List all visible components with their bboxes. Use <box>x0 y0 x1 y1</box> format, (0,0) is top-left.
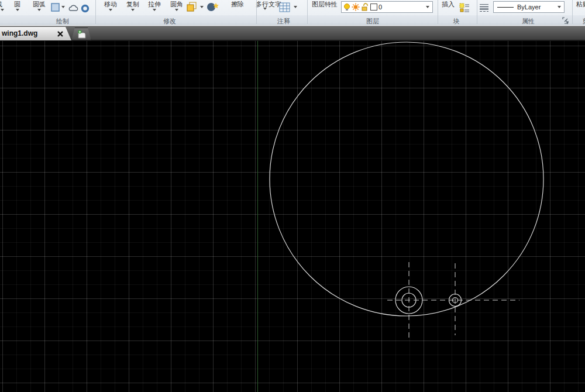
drawing-canvas[interactable] <box>0 41 585 392</box>
mtext-dropdown-arrow-icon[interactable] <box>263 8 267 10</box>
arc-dropdown-arrow-icon[interactable] <box>37 9 41 11</box>
mtext-button[interactable]: 多行文字 <box>256 0 281 9</box>
table-tool-icon[interactable] <box>279 2 290 12</box>
panel-title-annotate[interactable]: 注释 <box>277 17 290 26</box>
drawing-tab-label: wing1.dwg <box>2 29 37 37</box>
panel-separator <box>256 0 257 25</box>
panel-title-layers[interactable]: 图层 <box>366 17 379 26</box>
stretch-button[interactable]: 拉伸 <box>148 0 161 9</box>
arc-button[interactable]: 圆弧 <box>33 0 46 9</box>
table-dropdown-arrow-icon[interactable] <box>294 6 297 8</box>
panel-title-properties[interactable]: 属性 <box>522 17 535 26</box>
rectangle-tool-icon[interactable] <box>50 2 60 12</box>
ribbon-panel-title-row <box>0 15 585 25</box>
current-layer-value: 0 <box>378 4 382 11</box>
circle-button[interactable]: 圆 <box>14 0 20 9</box>
layer-combo-arrow[interactable] <box>423 2 432 12</box>
linetype-list-icon[interactable] <box>479 3 489 12</box>
fillet-button[interactable]: 圆角 <box>170 0 183 9</box>
close-icon[interactable] <box>57 30 64 37</box>
layer-on-bulb-icon[interactable] <box>343 3 350 11</box>
paste-button[interactable]: 粘贴 <box>576 0 585 9</box>
panel-separator <box>307 0 308 25</box>
explode-tool-icon[interactable] <box>206 1 219 12</box>
layer-properties-button[interactable]: 图层特性 <box>312 0 338 9</box>
circle-dropdown-arrow-icon[interactable] <box>16 9 19 11</box>
autocad-window: 线 圆 圆弧 移动 复制 拉伸 圆角 擦除 <box>0 0 585 392</box>
panel-title-draw[interactable]: 绘制 <box>56 17 69 26</box>
panel-separator <box>438 0 438 25</box>
bylayer-combo[interactable]: ByLayer <box>493 1 565 13</box>
layer-color-swatch-icon[interactable] <box>370 4 377 11</box>
array-tool-icon[interactable] <box>186 1 198 13</box>
insert-block-button[interactable]: 插入 <box>442 0 455 9</box>
drawing-tab[interactable]: wing1.dwg <box>0 27 71 40</box>
new-drawing-icon <box>77 30 87 39</box>
ribbon: 线 圆 圆弧 移动 复制 拉伸 圆角 擦除 <box>0 0 585 26</box>
properties-dialog-launcher-icon[interactable] <box>562 17 569 24</box>
fillet-dropdown-arrow-icon[interactable] <box>175 9 178 11</box>
panel-separator <box>572 0 573 25</box>
drawing-geometry[interactable] <box>0 41 585 392</box>
move-button[interactable]: 移动 <box>104 0 117 9</box>
stretch-dropdown-arrow-icon[interactable] <box>153 9 156 11</box>
layer-combo[interactable]: 0 <box>341 1 433 13</box>
panel-separator <box>477 0 477 25</box>
line-dropdown-arrow-icon[interactable] <box>1 9 4 11</box>
bylayer-combo-arrow[interactable] <box>555 2 563 12</box>
new-drawing-tab-button[interactable] <box>71 27 91 40</box>
insert-attributes-icon[interactable] <box>459 2 470 13</box>
copy-button[interactable]: 复制 <box>126 0 139 9</box>
panel-title-block[interactable]: 块 <box>453 17 460 26</box>
erase-button[interactable]: 擦除 <box>231 0 244 9</box>
move-dropdown-arrow-icon[interactable] <box>109 9 112 11</box>
array-dropdown-arrow-icon[interactable] <box>200 6 204 8</box>
panel-title-clipboard[interactable]: 剪贴板 <box>583 17 585 26</box>
bylayer-value: ByLayer <box>517 4 541 11</box>
circle-entity[interactable] <box>270 42 543 316</box>
panel-title-modify[interactable]: 修改 <box>163 17 176 26</box>
layer-thaw-sun-icon[interactable] <box>352 3 360 11</box>
drawing-tab-bar: wing1.dwg <box>0 26 585 41</box>
rectangle-dropdown-arrow-icon[interactable] <box>61 6 65 8</box>
donut-tool-icon[interactable] <box>81 4 90 13</box>
line-preview <box>497 7 514 8</box>
layer-unlock-icon[interactable] <box>361 3 369 11</box>
line-button[interactable]: 线 <box>0 0 2 9</box>
copy-dropdown-arrow-icon[interactable] <box>131 9 135 11</box>
panel-separator <box>95 0 96 25</box>
revision-cloud-icon[interactable] <box>68 4 80 13</box>
